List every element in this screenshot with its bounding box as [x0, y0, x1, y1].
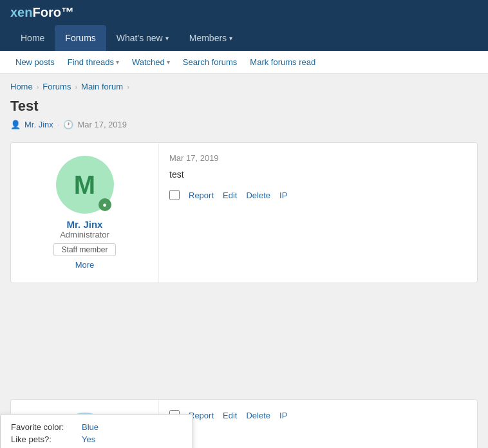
- post-1-staff-badge: Staff member: [53, 243, 117, 256]
- post-1-edit[interactable]: Edit: [223, 191, 237, 200]
- post-2-actions: Report Edit Delete IP: [169, 410, 467, 420]
- logo-suffix: Foro™: [32, 5, 73, 19]
- post-2-edit[interactable]: Edit: [223, 411, 237, 420]
- breadcrumb: Home › Forums › Main forum ›: [0, 74, 488, 95]
- find-threads-arrow-icon: ▾: [116, 59, 119, 66]
- subnav-watched[interactable]: Watched ▾: [127, 55, 175, 70]
- breadcrumb-home[interactable]: Home: [10, 82, 33, 91]
- page-date: Mar 17, 2019: [77, 120, 127, 129]
- whats-new-arrow-icon: ▾: [165, 35, 169, 42]
- breadcrumb-sep-1: ›: [37, 83, 39, 91]
- watched-arrow-icon: ▾: [167, 59, 170, 66]
- post-2-ip[interactable]: IP: [279, 411, 287, 420]
- page-title: Test: [0, 95, 488, 117]
- online-icon: ●: [102, 201, 107, 209]
- nav-whats-new[interactable]: What's new ▾: [106, 25, 179, 51]
- tooltip-label-1: Favorite color:: [11, 422, 82, 432]
- thread-container: M ● Mr. Jinx Administrator Staff member …: [0, 137, 488, 448]
- tooltip-value-1: Blue: [82, 422, 99, 432]
- post-2-delete[interactable]: Delete: [246, 411, 270, 420]
- online-badge: ●: [99, 198, 111, 211]
- author-icon: 👤: [10, 120, 21, 129]
- post-1-role: Administrator: [60, 230, 109, 239]
- post-1-actions: Report Edit Delete IP: [169, 190, 467, 200]
- main-navbar: Home Forums What's new ▾ Members ▾: [0, 25, 488, 51]
- subnav-find-threads[interactable]: Find threads ▾: [62, 55, 124, 70]
- avatar-letter: M: [74, 171, 95, 200]
- post-1-delete[interactable]: Delete: [246, 191, 270, 200]
- site-logo[interactable]: xenForo™: [10, 5, 74, 20]
- site-header: xenForo™: [0, 0, 488, 25]
- post-1-content: Mar 17, 2019 test Report Edit Delete IP: [159, 143, 477, 283]
- tooltip-value-2: Yes: [82, 434, 95, 444]
- post-1-body: test: [169, 169, 467, 180]
- post-1-sidebar: M ● Mr. Jinx Administrator Staff member …: [11, 143, 159, 283]
- post-1-checkbox[interactable]: [169, 190, 180, 200]
- nav-forums[interactable]: Forums: [55, 25, 106, 51]
- nav-members[interactable]: Members ▾: [179, 25, 243, 51]
- post-1: M ● Mr. Jinx Administrator Staff member …: [10, 142, 478, 283]
- subnav-new-posts[interactable]: New posts: [10, 55, 60, 70]
- page-author[interactable]: Mr. Jinx: [24, 120, 53, 129]
- breadcrumb-main-forum[interactable]: Main forum: [81, 82, 123, 91]
- tooltip-label-2: Like pets?:: [11, 434, 82, 444]
- breadcrumb-forums[interactable]: Forums: [42, 82, 71, 91]
- subnav-mark-read[interactable]: Mark forums read: [245, 55, 321, 70]
- avatar: M ●: [56, 156, 114, 214]
- subnav-bar: New posts Find threads ▾ Watched ▾ Searc…: [0, 51, 488, 74]
- post-1-username[interactable]: Mr. Jinx: [67, 219, 103, 230]
- members-arrow-icon: ▾: [229, 35, 232, 42]
- subnav-search-forums[interactable]: Search forums: [178, 55, 243, 70]
- tooltip-rows: Favorite color: Blue Like pets?: Yes Que…: [11, 421, 182, 448]
- tooltip-row-2: Like pets?: Yes: [11, 433, 182, 445]
- tooltip-row-1: Favorite color: Blue: [11, 421, 182, 433]
- logo-prefix: xen: [10, 5, 32, 19]
- nav-home[interactable]: Home: [10, 25, 55, 51]
- post-2-content: Report Edit Delete IP: [159, 400, 477, 448]
- user-info-popup: Favorite color: Blue Like pets?: Yes Que…: [0, 414, 193, 448]
- clock-icon: 🕐: [63, 120, 73, 129]
- post-1-ip[interactable]: IP: [279, 191, 287, 200]
- page-meta: 👤 Mr. Jinx · 🕐 Mar 17, 2019: [0, 117, 488, 137]
- breadcrumb-sep-3: ›: [127, 83, 129, 91]
- tooltip-row-3: Question 3: Answer 3: [11, 445, 182, 448]
- breadcrumb-sep-2: ›: [75, 83, 77, 91]
- post-1-report[interactable]: Report: [189, 191, 214, 200]
- post-1-more[interactable]: More: [75, 260, 95, 270]
- post-1-date: Mar 17, 2019: [169, 153, 467, 163]
